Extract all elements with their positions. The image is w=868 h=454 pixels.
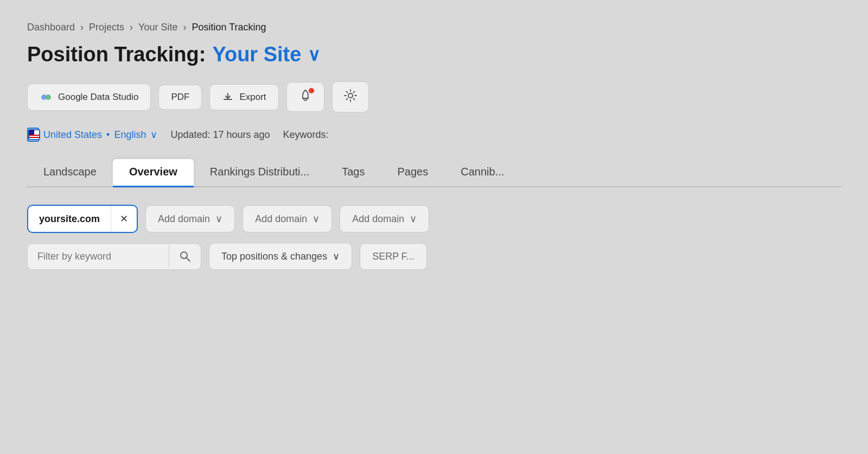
add-domain-label-3: Add domain [352,213,404,225]
serp-label: SERP F... [372,251,414,262]
add-domain-button-1[interactable]: Add domain ∨ [145,205,235,232]
update-info: Updated: 17 hours ago [170,129,270,141]
tab-cannibal[interactable]: Cannib... [444,159,520,187]
filter-row: Top positions & changes ∨ SERP F... [27,243,841,270]
add-domain-label-2: Add domain [255,213,307,225]
add-domain-chevron-3-icon: ∨ [410,213,417,225]
breadcrumb-projects[interactable]: Projects [89,22,124,33]
google-data-studio-button[interactable]: Google Data Studio [27,84,151,111]
location-separator: • [106,129,110,141]
add-domain-button-2[interactable]: Add domain ∨ [242,205,332,232]
domain-row: yoursite.com ✕ Add domain ∨ Add domain ∨… [27,205,841,233]
location-chevron-icon: ∨ [150,129,157,141]
tab-rankings-distribution[interactable]: Rankings Distributi... [194,159,326,187]
page-title-chevron-icon[interactable]: ∨ [308,45,320,65]
page-title: Position Tracking: Your Site ∨ [27,43,841,66]
tab-tags[interactable]: Tags [326,159,381,187]
breadcrumb: Dashboard › Projects › Your Site › Posit… [27,22,841,33]
export-label: Export [239,92,266,103]
breadcrumb-sep-2: › [130,22,133,33]
svg-point-5 [348,93,353,98]
toolbar: Google Data Studio PDF Export [27,81,841,112]
filter-keyword-input[interactable] [28,244,169,269]
tabs-container: Landscape Overview Rankings Distributi..… [27,159,841,187]
breadcrumb-dashboard[interactable]: Dashboard [27,22,75,33]
page-title-prefix: Position Tracking: [27,43,206,66]
top-positions-button[interactable]: Top positions & changes ∨ [209,243,352,270]
gear-icon [343,89,358,105]
keywords-info: Keywords: [283,129,329,141]
add-domain-chevron-2-icon: ∨ [312,213,320,225]
notification-dot [309,88,314,93]
notifications-button[interactable] [286,82,324,112]
export-button[interactable]: Export [209,84,278,110]
serp-button[interactable]: SERP F... [360,243,427,270]
svg-line-11 [187,258,190,262]
domain-remove-button[interactable]: ✕ [111,206,137,232]
us-flag-icon [27,128,39,142]
add-domain-button-3[interactable]: Add domain ∨ [340,205,429,232]
settings-button[interactable] [332,81,369,112]
location-row: United States • English ∨ Updated: 17 ho… [27,128,841,142]
breadcrumb-position-tracking: Position Tracking [192,22,266,33]
breadcrumb-sep-3: › [183,22,186,33]
breadcrumb-your-site[interactable]: Your Site [138,22,177,33]
search-button[interactable] [169,245,201,268]
pdf-label: PDF [171,92,189,103]
svg-rect-9 [29,137,40,138]
location-selector[interactable]: United States • English ∨ [27,128,157,142]
pdf-button[interactable]: PDF [158,85,202,110]
filter-keyword-container [27,243,201,270]
location-country: United States [43,129,102,141]
tab-overview[interactable]: Overview [113,159,194,187]
tab-landscape[interactable]: Landscape [27,159,113,187]
top-positions-label: Top positions & changes [221,251,327,262]
google-data-studio-label: Google Data Studio [58,92,138,103]
top-positions-chevron-icon: ∨ [333,250,340,262]
add-domain-chevron-1-icon: ∨ [215,213,222,225]
svg-rect-8 [29,135,40,136]
page-title-site[interactable]: Your Site [212,43,301,66]
domain-text: yoursite.com [28,206,111,232]
export-icon [222,91,234,103]
svg-rect-7 [29,130,34,135]
breadcrumb-sep-1: › [80,22,84,33]
google-data-studio-icon [40,91,53,104]
location-language: English [114,129,146,141]
svg-point-1 [46,94,51,100]
tab-pages[interactable]: Pages [381,159,444,187]
current-domain-tag: yoursite.com ✕ [27,205,138,233]
add-domain-label-1: Add domain [158,213,210,225]
